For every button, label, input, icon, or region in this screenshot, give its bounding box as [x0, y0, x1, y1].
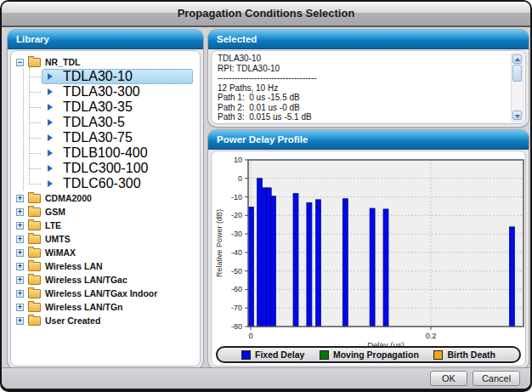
folder-icon: [28, 207, 41, 217]
leaf-arrow-icon: [48, 73, 58, 80]
pdp-panel-title: Power Delay Profile: [208, 130, 529, 149]
leaf-arrow-icon: [48, 88, 58, 95]
arrow-down-icon: [515, 115, 520, 118]
tree-item-gsm[interactable]: +GSM: [11, 205, 200, 219]
tree-item-label: WiMAX: [45, 247, 76, 258]
dialog-frame: Propagation Conditions Selection Library…: [0, 0, 532, 392]
folder-icon: [28, 235, 41, 244]
tree-item-tdla30-75[interactable]: TDLA30-75: [42, 130, 193, 145]
legend-label: Birth Death: [447, 349, 495, 360]
expand-icon[interactable]: +: [16, 195, 24, 202]
tree-item-tdlb100-400[interactable]: TDLB100-400: [42, 145, 193, 161]
scroll-thumb[interactable]: [512, 65, 522, 82]
selected-panel-header: Selected: [208, 30, 529, 49]
folder-icon: [28, 221, 41, 230]
tree-item-nr-tdl[interactable]: −NR_TDL: [11, 55, 200, 69]
leaf-arrow-icon: [48, 165, 58, 172]
tree-item-label: TDLA30-10: [63, 69, 133, 84]
folder-icon: [28, 262, 41, 271]
x-tick-label: 0.2: [426, 332, 437, 340]
expand-icon[interactable]: +: [16, 249, 24, 257]
library-panel-title: Library: [8, 30, 203, 48]
legend-label: Fixed Delay: [255, 349, 304, 360]
y-tick-label: -50: [231, 267, 242, 276]
library-tree[interactable]: −NR_TDLTDLA30-10TDLA30-300TDLA30-35TDLA3…: [11, 51, 200, 366]
scroll-down-button[interactable]: [512, 111, 522, 120]
expand-icon[interactable]: +: [16, 304, 24, 311]
y-tick-label: -30: [231, 230, 242, 238]
y-tick-label: -60: [231, 285, 242, 293]
tree-item-label: TDLA30-35: [63, 99, 133, 115]
pdp-bar: [316, 200, 321, 327]
title-bar[interactable]: Propagation Conditions Selection: [2, 2, 530, 27]
pdp-bar: [307, 202, 312, 327]
tree-item-label: LTE: [45, 220, 61, 230]
selected-panel: Selected TDLA30-10 RPI: TDLA30-10 ------…: [208, 30, 529, 127]
leaf-arrow-icon: [48, 119, 58, 126]
pdp-bar: [509, 227, 514, 327]
tree-item-label: Wireless LAN/TGn: [45, 302, 123, 312]
library-panel-body: −NR_TDLTDLA30-10TDLA30-300TDLA30-35TDLA3…: [10, 50, 201, 366]
tree-item-umts[interactable]: +UMTS: [11, 232, 200, 246]
tree-item-tdlc60-300[interactable]: TDLC60-300: [42, 176, 193, 191]
tree-item-tdla30-10[interactable]: TDLA30-10: [42, 69, 193, 84]
tree-item-cdma2000[interactable]: +CDMA2000: [11, 191, 200, 205]
tree-item-label: TDLB100-400: [63, 145, 148, 161]
pdp-bar: [271, 196, 276, 327]
power-delay-profile-panel: Power Delay Profile 100-10-20-30-40-50-6…: [208, 130, 529, 369]
folder-icon: [28, 303, 41, 312]
dialog-body: Propagation Conditions Selection Library…: [2, 2, 530, 389]
y-tick-label: -10: [231, 193, 242, 202]
tree-item-label: TDLA30-5: [63, 115, 125, 130]
folder-icon: [28, 289, 41, 298]
pdp-bar: [383, 209, 388, 327]
expand-icon[interactable]: +: [16, 263, 24, 270]
tree-item-tdlc300-100[interactable]: TDLC300-100: [42, 161, 193, 176]
selected-text: TDLA30-10 RPI: TDLA30-10 ---------------…: [218, 54, 508, 123]
tree-item-tdla30-35[interactable]: TDLA30-35: [42, 99, 193, 115]
expand-icon[interactable]: +: [16, 317, 24, 325]
y-tick-label: -20: [231, 211, 242, 219]
expand-icon[interactable]: +: [16, 290, 24, 298]
tree-item-lte[interactable]: +LTE: [11, 219, 200, 232]
tree-item-wireless-lan-tgac[interactable]: +Wireless LAN/TGac: [11, 273, 200, 287]
collapse-icon[interactable]: −: [16, 59, 24, 66]
tree-item-label: CDMA2000: [45, 193, 92, 203]
pdp-bar: [370, 208, 375, 327]
scroll-up-button[interactable]: [512, 54, 522, 64]
leaf-arrow-icon: [48, 180, 58, 187]
tree-item-label: TDLC300-100: [63, 161, 149, 176]
tree-item-label: Wireless LAN: [45, 261, 103, 271]
ok-button[interactable]: OK: [430, 371, 467, 386]
library-panel-header: Library: [8, 30, 203, 49]
folder-icon: [28, 316, 41, 326]
pdp-chart: 100-10-20-30-40-50-60-70-8000.2Delay (us…: [212, 153, 526, 347]
tree-item-label: GSM: [45, 207, 65, 217]
expand-icon[interactable]: +: [16, 236, 24, 243]
tree-item-label: TDLA30-300: [63, 84, 140, 99]
selected-scrollbar[interactable]: [511, 53, 524, 122]
tree-item-label: TDLA30-75: [63, 130, 133, 145]
tree-item-tdla30-5[interactable]: TDLA30-5: [42, 115, 193, 130]
y-tick-label: 10: [234, 156, 242, 164]
pdp-chart-area: 100-10-20-30-40-50-60-70-8000.2Delay (us…: [212, 151, 525, 366]
tree-item-wimax[interactable]: +WiMAX: [11, 246, 200, 259]
x-tick-label: 0: [248, 332, 252, 340]
tree-item-wireless-lan[interactable]: +Wireless LAN: [11, 259, 200, 273]
leaf-arrow-icon: [48, 134, 58, 141]
expand-icon[interactable]: +: [16, 276, 24, 284]
cancel-button[interactable]: Cancel: [473, 371, 520, 386]
folder-icon: [28, 248, 41, 258]
y-tick-label: -40: [231, 248, 242, 257]
tree-item-wireless-lan-tgax-indoor[interactable]: +Wireless LAN/TGax Indoor: [11, 287, 200, 300]
expand-icon[interactable]: +: [16, 208, 24, 216]
pdp-bar: [293, 194, 298, 327]
tree-item-label: User Created: [45, 315, 100, 326]
selected-panel-title: Selected: [208, 30, 529, 48]
legend-swatch-icon: [320, 350, 329, 360]
tree-item-label: Wireless LAN/TGac: [45, 275, 127, 285]
expand-icon[interactable]: +: [16, 222, 24, 230]
tree-item-wireless-lan-tgn[interactable]: +Wireless LAN/TGn: [11, 300, 200, 314]
tree-item-user-created[interactable]: +User Created: [11, 314, 200, 327]
tree-item-tdla30-300[interactable]: TDLA30-300: [42, 84, 193, 99]
